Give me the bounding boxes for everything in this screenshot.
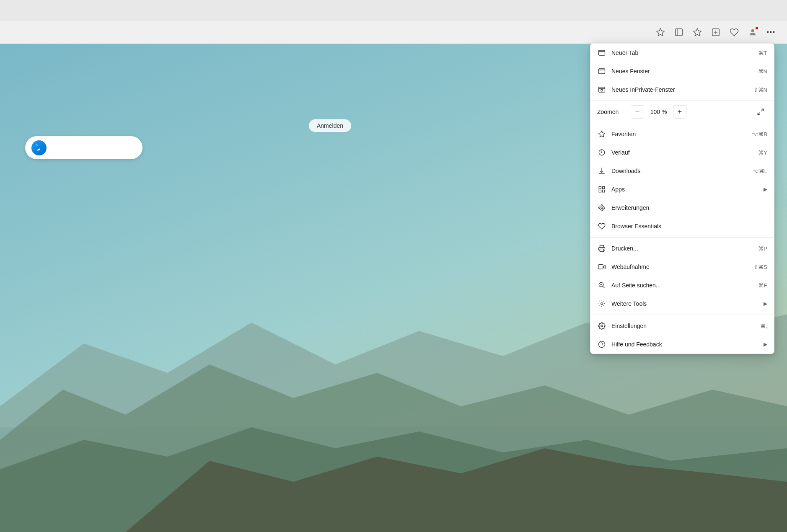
menu-item-new-window[interactable]: Neues Fenster ⌘N (590, 62, 774, 80)
svg-rect-1 (676, 29, 683, 36)
bing-icon (31, 140, 47, 155)
svg-line-17 (761, 109, 764, 111)
menu-item-downloads[interactable]: Downloads ⌥⌘L (590, 162, 774, 180)
browser-essentials-label: Browser Essentials (611, 223, 767, 230)
extensions-icon (597, 203, 606, 212)
favorites-shortcut: ⌥⌘B (752, 131, 767, 137)
downloads-shortcut: ⌥⌘L (753, 168, 767, 174)
menu-icon[interactable]: ··· (764, 25, 779, 40)
more-tools-arrow: ▶ (764, 301, 767, 307)
new-window-shortcut: ⌘N (758, 68, 767, 75)
webrecording-label: Webaufnahme (611, 263, 748, 270)
webrecording-shortcut: ⇧⌘S (753, 264, 767, 270)
print-label: Drucken... (611, 245, 753, 252)
svg-point-16 (601, 89, 603, 91)
new-window-label: Neues Fenster (611, 68, 753, 75)
svg-point-25 (601, 207, 603, 209)
svg-marker-0 (657, 28, 664, 36)
zoom-in-button[interactable]: + (673, 105, 686, 119)
find-shortcut: ⌘F (759, 282, 767, 289)
menu-item-webrecording[interactable]: Webaufnahme ⇧⌘S (590, 258, 774, 276)
add-tab-icon[interactable] (708, 25, 723, 40)
svg-line-29 (603, 287, 605, 288)
svg-marker-3 (694, 28, 701, 36)
toolbar: ··· (0, 21, 787, 44)
menu-item-help[interactable]: Hilfe und Feedback ▶ (590, 335, 774, 354)
print-shortcut: ⌘P (758, 245, 767, 252)
svg-marker-19 (599, 131, 605, 137)
zoom-label: Zoomen (597, 108, 631, 115)
collections-icon[interactable] (690, 25, 705, 40)
history-icon (597, 148, 606, 157)
menu-item-new-tab[interactable]: Neuer Tab ⌘T (590, 44, 774, 62)
menu-item-settings[interactable]: Einstellungen ⌘, (590, 317, 774, 335)
divider-1 (590, 101, 774, 101)
divider-4 (590, 315, 774, 315)
menu-item-extensions[interactable]: Erweiterungen (590, 199, 774, 217)
more-tools-label: Weitere Tools (611, 300, 760, 307)
apps-icon (597, 185, 606, 194)
new-tab-label: Neuer Tab (611, 49, 753, 56)
sidebar-icon[interactable] (671, 25, 686, 40)
history-label: Verlauf (611, 149, 753, 156)
help-label: Hilfe und Feedback (611, 341, 760, 348)
svg-rect-23 (599, 190, 601, 192)
svg-rect-24 (603, 190, 605, 192)
tools-icon (597, 299, 606, 308)
profile-notification-dot (755, 26, 759, 30)
search-bar[interactable] (25, 136, 142, 159)
svg-rect-27 (598, 265, 603, 269)
svg-point-7 (751, 29, 754, 32)
health-icon[interactable] (727, 25, 742, 40)
extensions-label: Erweiterungen (611, 204, 767, 211)
menu-item-more-tools[interactable]: Weitere Tools ▶ (590, 294, 774, 313)
svg-rect-13 (599, 50, 605, 55)
context-menu: Neuer Tab ⌘T Neues Fenster ⌘N Neues InPr… (590, 43, 774, 354)
tab-icon (597, 48, 606, 57)
history-shortcut: ⌘Y (758, 150, 767, 156)
zoom-value: 100 % (649, 108, 668, 115)
settings-shortcut: ⌘, (760, 323, 767, 329)
svg-point-31 (601, 303, 603, 305)
menu-item-inprivate[interactable]: Neues InPrivate-Fenster ⇧⌘N (590, 80, 774, 99)
zoom-out-button[interactable]: − (631, 105, 644, 119)
favorite-icon[interactable] (653, 25, 668, 40)
help-icon (597, 340, 606, 349)
menu-item-print[interactable]: Drucken... ⌘P (590, 239, 774, 258)
find-label: Auf Seite suchen... (611, 282, 753, 289)
downloads-label: Downloads (611, 168, 748, 174)
settings-label: Einstellungen (611, 323, 755, 329)
inprivate-label: Neues InPrivate-Fenster (611, 86, 748, 93)
camera-icon (597, 262, 606, 271)
svg-rect-14 (599, 69, 605, 74)
menu-item-find[interactable]: Auf Seite suchen... ⌘F (590, 276, 774, 294)
svg-point-37 (599, 341, 605, 348)
profile-icon[interactable] (745, 25, 760, 40)
svg-rect-22 (603, 186, 605, 189)
downloads-icon (597, 166, 606, 176)
menu-item-apps[interactable]: Apps ▶ (590, 180, 774, 199)
favorites-icon (597, 129, 606, 139)
menu-item-history[interactable]: Verlauf ⌘Y (590, 143, 774, 162)
zoom-row: Zoomen − 100 % + (590, 103, 774, 121)
zoom-expand-button[interactable] (754, 105, 767, 119)
divider-2 (590, 123, 774, 123)
menu-item-browser-essentials[interactable]: Browser Essentials (590, 217, 774, 235)
help-arrow: ▶ (764, 341, 767, 347)
new-tab-shortcut: ⌘T (759, 50, 767, 56)
signin-button[interactable]: Anmelden (309, 119, 351, 132)
svg-rect-26 (600, 249, 604, 252)
menu-item-favorites[interactable]: Favoriten ⌥⌘B (590, 125, 774, 143)
svg-line-18 (758, 113, 760, 115)
search-icon (597, 281, 606, 290)
inprivate-icon (597, 85, 606, 94)
svg-point-36 (601, 325, 603, 327)
print-icon (597, 244, 606, 253)
tab-bar (0, 0, 787, 21)
browser-essentials-icon (597, 222, 606, 231)
window-icon (597, 67, 606, 76)
divider-3 (590, 237, 774, 238)
signin-label: Anmelden (317, 122, 343, 129)
favorites-label: Favoriten (611, 131, 747, 137)
apps-arrow: ▶ (764, 186, 767, 192)
